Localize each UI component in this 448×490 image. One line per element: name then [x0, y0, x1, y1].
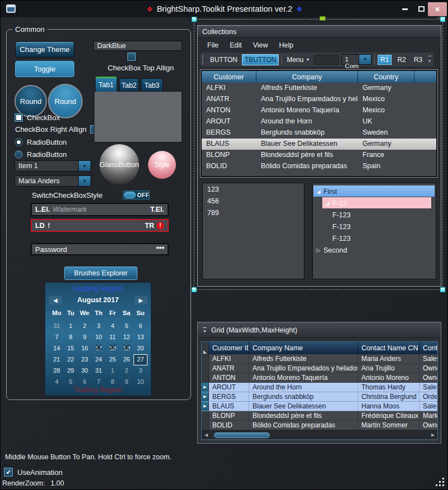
calendar-next-button[interactable]: ▶ [134, 296, 147, 305]
calendar-day[interactable]: 13 [134, 332, 147, 343]
table-row[interactable]: ▶BLAUSBlauer See DelikatessenHanna MoosS… [202, 402, 437, 411]
row-header[interactable] [202, 421, 209, 430]
table-row[interactable]: ALFKIAlfreds FutterkisteMaria AndersSale… [202, 354, 437, 364]
resize-grip[interactable] [435, 477, 444, 486]
calendar-day[interactable]: 1 [106, 365, 120, 377]
table-row[interactable]: ANTONAntonio Moreno TaqueríaMexico [202, 105, 436, 116]
calendar-day[interactable]: 3 [134, 365, 147, 377]
calendar-day[interactable]: 24 [92, 354, 106, 365]
tab-tab2[interactable]: Tab2 [119, 78, 139, 92]
menu-item-help[interactable]: Help [274, 40, 299, 50]
table-row[interactable]: ▶AROUTAround the HornThomas HardySales [202, 383, 437, 392]
table-row[interactable]: BERGSBerglunds snabbköpSweden [202, 127, 436, 139]
calendar-day[interactable]: 28 [50, 365, 64, 377]
calendar-prev-button[interactable]: ◀ [49, 296, 62, 305]
watermark-textbox[interactable]: L.EI. Watermark T.EI. [31, 203, 169, 216]
select-all-corner[interactable]: ◣ [202, 342, 209, 354]
table-row[interactable]: ANATRAna Trujillo Emparedados y helaMexi… [202, 94, 436, 105]
calendar-day[interactable]: 14 [50, 343, 64, 354]
column-header-2[interactable]: Contact Name CN [358, 342, 420, 354]
toolbar-menu-button[interactable]: Menu ▼ [285, 56, 311, 64]
calendar-day[interactable]: 25 [106, 354, 120, 365]
minimize-button[interactable] [398, 4, 412, 14]
row-header[interactable] [202, 411, 209, 420]
calendar-day[interactable]: 11 [106, 332, 120, 343]
calendar-day[interactable]: 19✕ [120, 343, 134, 354]
menu-item-edit[interactable]: Edit [225, 40, 247, 50]
row-header[interactable]: ▶ [202, 392, 209, 401]
calendar-day[interactable]: 22 [64, 354, 78, 365]
column-header-3[interactable]: Cont [420, 342, 437, 354]
calendar-day[interactable]: 30 [78, 365, 92, 377]
error-textbox[interactable]: LD f TR ! [31, 219, 169, 232]
calendar-day[interactable]: 31 [50, 321, 64, 332]
toolbar-combobox[interactable]: 1 Com ▼ [341, 54, 372, 65]
toolbar-textbox[interactable] [314, 55, 338, 65]
table-row[interactable]: ANATRAna Trujillo Emparedados y heladosA… [202, 364, 437, 373]
column-header-0[interactable]: Customer ID [209, 342, 249, 354]
calendar-day[interactable]: 21 [50, 354, 64, 365]
maximize-button[interactable] [415, 4, 427, 14]
calendar-day[interactable]: 4 [106, 321, 120, 332]
radio-button-1[interactable] [15, 138, 23, 146]
toolbar-grip-icon[interactable] [202, 55, 204, 64]
expander-collapsed-icon[interactable]: ▷ [315, 248, 322, 253]
tree-item[interactable]: ▷Second [313, 244, 436, 256]
calendar-day[interactable]: 20 [134, 343, 147, 354]
table-row[interactable]: AROUTAround the HornUK [202, 116, 436, 127]
column-header-0[interactable]: Customer [202, 71, 256, 83]
expander-expanded-icon[interactable]: ◢ [324, 201, 331, 206]
calendar-day[interactable]: 27 [134, 354, 147, 365]
calendar-day[interactable]: 2 [78, 321, 92, 332]
tree-item[interactable]: ◢F-12 [313, 197, 436, 209]
toggle-button[interactable]: Toggle [15, 61, 74, 77]
resize-handle-top-right[interactable] [440, 17, 445, 22]
resize-handle-top-left[interactable] [192, 17, 197, 22]
calendar-day[interactable]: 16 [78, 343, 92, 354]
calendar-day[interactable]: 2 [120, 365, 134, 377]
column-header-1[interactable]: Company [256, 71, 358, 83]
scrollbar-thumb[interactable] [214, 432, 270, 438]
table-row[interactable]: BOLIDBólido Comidas preparadasMartín Som… [202, 421, 437, 430]
password-box[interactable]: Password *** [31, 243, 169, 255]
switch-checkbox[interactable]: OFF [123, 191, 150, 199]
row-header[interactable] [202, 354, 209, 363]
menu-item-file[interactable]: File [202, 40, 223, 50]
calendar-day[interactable]: 6 [134, 321, 147, 332]
calendar-day[interactable]: 3 [92, 321, 106, 332]
table-row[interactable]: BLAUSBlauer See DelikatessenGermany [202, 139, 436, 150]
table-row[interactable]: BOLIDBólido Comidas preparadasSpain [202, 161, 436, 172]
toolbar-radio-r2[interactable]: R2 [395, 55, 408, 64]
calendar-day[interactable]: 8 [64, 332, 78, 343]
style-button[interactable]: Style [148, 151, 176, 179]
row-header[interactable]: ▶ [202, 402, 209, 411]
expander-expanded-icon[interactable]: ◢ [315, 189, 322, 194]
calendar-day[interactable]: 26 [120, 354, 134, 365]
scroll-left-icon[interactable]: ◀ [202, 432, 211, 437]
table-row[interactable]: BLONPBlondesddsl père et filsFrédérique … [202, 411, 437, 421]
calendar-day[interactable]: 1 [64, 321, 78, 332]
glass-button[interactable]: GlassButton [99, 144, 139, 185]
tree-item[interactable]: F-123 [313, 232, 436, 244]
calendar-day[interactable]: 10 [92, 332, 106, 343]
calendar-day[interactable]: 31 [92, 365, 106, 377]
row-header[interactable]: ▶ [202, 383, 209, 392]
row-header[interactable] [202, 373, 209, 382]
calendar-day[interactable]: 15 [64, 343, 78, 354]
resize-handle-bottom-left[interactable] [192, 287, 197, 292]
tab-tab1[interactable]: Tab1 [95, 77, 117, 92]
toolbar-toggle-button[interactable]: TBUTTON [242, 54, 279, 65]
combobox-customer[interactable]: Maria Anders ▼ [15, 175, 91, 187]
calendar-day[interactable]: 23 [78, 354, 92, 365]
calendar-day[interactable]: 7 [50, 332, 64, 343]
table-row[interactable]: ▶BERGSBerglunds snabbköpChristina Berglu… [202, 392, 437, 402]
change-theme-button[interactable]: Change Theme [15, 41, 74, 58]
radio-button-2[interactable] [15, 150, 23, 159]
tab-tab3[interactable]: Tab3 [141, 78, 163, 92]
row-header[interactable] [202, 364, 209, 373]
tree-item[interactable]: ◢First [313, 185, 436, 197]
calendar-day[interactable]: 29 [64, 365, 78, 377]
scroll-right-icon[interactable]: ▶ [428, 432, 437, 437]
chevron-down-icon[interactable]: ▼ [359, 55, 371, 64]
list-item[interactable]: 456 [203, 195, 304, 207]
